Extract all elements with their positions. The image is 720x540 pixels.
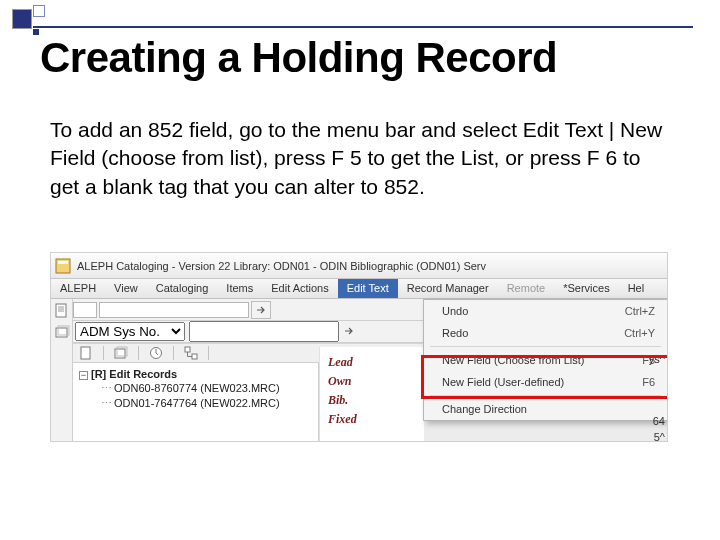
toolbar-stack-icon[interactable] [54, 325, 70, 341]
window-titlebar: ALEPH Cataloging - Version 22 Library: O… [51, 253, 667, 279]
svg-rect-13 [192, 354, 197, 359]
slide-body-text: To add an 852 field, go to the menu bar … [50, 116, 670, 201]
slide-deco-square-large [12, 9, 32, 29]
menu-cataloging[interactable]: Cataloging [147, 279, 218, 298]
menu-view[interactable]: View [105, 279, 147, 298]
search-row [73, 299, 423, 321]
menu-record-manager[interactable]: Record Manager [398, 279, 498, 298]
slide-deco-rule [33, 26, 693, 28]
menu-undo[interactable]: UndoCtrl+Z [424, 300, 667, 322]
menu-edit-actions[interactable]: Edit Actions [262, 279, 337, 298]
tab-sep [173, 346, 174, 360]
window-title-text: ALEPH Cataloging - Version 22 Library: O… [77, 260, 486, 272]
menu-new-field-user[interactable]: New Field (User-defined)F6 [424, 371, 667, 393]
tree-root[interactable]: −[R] Edit Records [73, 367, 318, 381]
tab-sep [208, 346, 209, 360]
toolbar-document-icon[interactable] [54, 303, 70, 319]
tab-doc-icon[interactable] [79, 346, 93, 360]
slide-title: Creating a Holding Record [40, 34, 557, 82]
sysno-input[interactable] [189, 321, 339, 342]
svg-rect-12 [185, 347, 190, 352]
tab-sep [138, 346, 139, 360]
gutter-text: ys^ [649, 353, 665, 365]
tab-sep [103, 346, 104, 360]
svg-rect-1 [58, 261, 68, 264]
svg-rect-8 [81, 347, 90, 359]
tab-stack-icon[interactable] [114, 346, 128, 360]
field-label: Lead [328, 353, 424, 372]
sysno-select[interactable]: ADM Sys No. [75, 322, 185, 341]
edit-text-dropdown: UndoCtrl+Z RedoCtrl+Y New Field (Choose … [423, 299, 668, 421]
menu-edit-text[interactable]: Edit Text [338, 279, 398, 298]
sysno-row: ADM Sys No. [73, 321, 423, 343]
field-label: Bib. [328, 391, 424, 410]
menu-help[interactable]: Hel [619, 279, 654, 298]
field-label: Own [328, 372, 424, 391]
slide-deco-square-small [33, 5, 45, 17]
menu-redo[interactable]: RedoCtrl+Y [424, 322, 667, 344]
left-toolbar [51, 299, 73, 441]
menu-aleph[interactable]: ALEPH [51, 279, 105, 298]
arrow-right-icon [343, 325, 355, 337]
search-prefix-input[interactable] [73, 302, 97, 318]
menu-new-field-list[interactable]: New Field (Choose from List)F5 [424, 349, 667, 371]
tree-child[interactable]: ODN60-8760774 (NEW023.MRC) [73, 381, 318, 396]
menu-change-direction[interactable]: Change Direction [424, 398, 667, 420]
tab-clock-icon[interactable] [149, 346, 163, 360]
tab-tree-icon[interactable] [184, 346, 198, 360]
go-button[interactable] [251, 301, 271, 319]
field-label-column: Lead Own Bib. Fixed [319, 347, 424, 441]
app-screenshot: ALEPH Cataloging - Version 22 Library: O… [50, 252, 668, 442]
search-input[interactable] [99, 302, 249, 318]
menubar: ALEPH View Cataloging Items Edit Actions… [51, 279, 667, 299]
menu-items[interactable]: Items [217, 279, 262, 298]
record-tree: −[R] Edit Records ODN60-8760774 (NEW023.… [73, 363, 319, 441]
app-body: ADM Sys No. −[R] Edit Records ODN60-8760… [51, 299, 667, 441]
slide-deco-tick [33, 29, 39, 35]
menu-remote[interactable]: Remote [498, 279, 555, 298]
menu-separator [430, 395, 661, 396]
menu-separator [430, 346, 661, 347]
arrow-right-icon [255, 304, 267, 316]
tree-child[interactable]: ODN01-7647764 (NEW022.MRC) [73, 396, 318, 411]
collapse-icon[interactable]: − [79, 371, 88, 380]
gutter-text: 5^ [654, 431, 665, 442]
app-icon [55, 258, 71, 274]
menu-services[interactable]: *Services [554, 279, 618, 298]
gutter-text: 64 [653, 415, 665, 427]
field-label: Fixed [328, 410, 424, 429]
sysno-go-button[interactable] [343, 323, 355, 341]
